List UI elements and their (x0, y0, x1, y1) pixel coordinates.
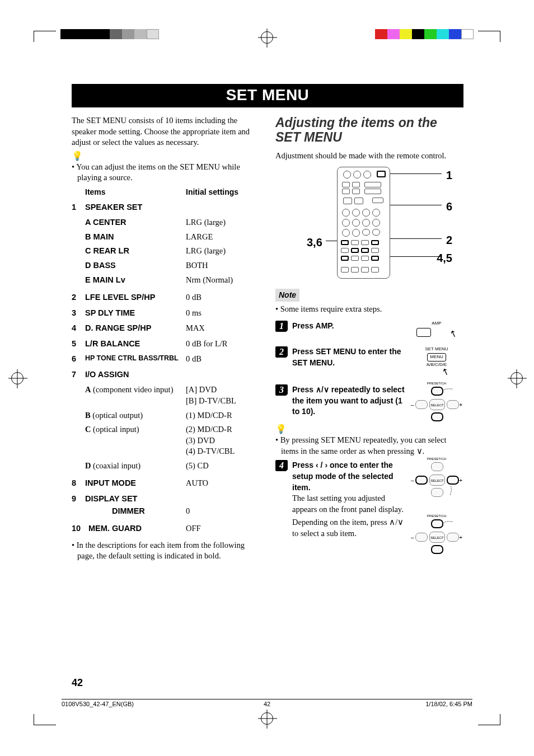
val-inputmode: AUTO (186, 478, 260, 489)
footer-line: 0108V530_42-47_EN(GB) 42 1/18/02, 6:45 P… (62, 699, 472, 708)
val-dly: 0 ms (186, 308, 260, 319)
item-io: I/O ASSIGN (85, 369, 186, 381)
step-2-num: 2 (275, 346, 288, 358)
item-dly: SP DLY TIME (85, 308, 186, 319)
intro-text: The SET MENU consists of 10 items includ… (72, 115, 260, 148)
registration-side-left (11, 372, 24, 384)
io-c-val3: (4) D-TV/CBL (186, 447, 235, 456)
io-b: B (optical output) (85, 410, 186, 421)
val-b-main: LARGE (186, 232, 260, 243)
io-b-val: (1) MD/CD-R (186, 410, 260, 421)
step-3-tip: • By pressing SET MENU repeatedly, you c… (275, 435, 463, 457)
item-b-main: B MAIN (85, 232, 186, 243)
footer-left: 0108V530_42-47_EN(GB) (62, 701, 199, 708)
registration-mark-icon (261, 31, 273, 44)
val-dimmer: 0 (186, 506, 260, 517)
callout-36: 3,6 (307, 235, 322, 250)
io-c: C (optical input) (85, 424, 186, 457)
item-display: DISPLAY SET (85, 494, 186, 505)
item-lfe: LFE LEVEL SP/HP (85, 292, 186, 303)
up-arrow-icon (389, 518, 395, 527)
val-hptone: 0 dB (186, 354, 260, 365)
col-header-initial: Initial settings (186, 187, 260, 198)
tip-icon: 💡 (275, 425, 463, 434)
cursor-icon: ↖ (447, 327, 458, 341)
down-arrow-icon (416, 447, 423, 456)
item-num-9: 9 (72, 494, 85, 505)
item-d-bass: D BASS (85, 260, 186, 271)
callout-2: 2 (446, 233, 452, 248)
val-a-center: LRG (large) (186, 217, 260, 228)
step-4-num: 4 (275, 460, 288, 471)
step-4-title: Press / once to enter the setup mode of … (292, 461, 393, 491)
step-4-body1: The last setting you adjusted appears on… (292, 494, 404, 514)
crop-mark-icon (478, 714, 500, 725)
registration-mark-icon (261, 712, 273, 725)
item-num-5: 5 (72, 339, 85, 350)
item-num-8: 8 (72, 478, 85, 489)
val-lfe: 0 dB (186, 292, 260, 303)
down-arrow-icon (324, 385, 329, 394)
val-drange: MAX (186, 323, 260, 334)
tip-bullet: • You can adjust the items on the SET ME… (72, 162, 260, 184)
item-num-7: 7 (72, 369, 85, 381)
item-hptone: HP TONE CTRL BASS/TRBL (85, 354, 197, 365)
item-memguard: MEM. GUARD (88, 523, 186, 534)
footnote-text: • In the descriptions for each item from… (72, 540, 260, 562)
footer-right: 1/18/02, 6:45 PM (335, 701, 472, 708)
print-swatches-right (375, 29, 474, 39)
step-4-graphic-a: PRESET/CH SELECT – + (410, 460, 463, 515)
val-c-rear: LRG (large) (186, 246, 260, 257)
section-title: Adjusting the items on the SET MENU (275, 115, 463, 145)
page-title-bar: SET MENU (72, 84, 463, 107)
item-num-1: 1 (72, 202, 85, 213)
step-3-title: Press / repeatedly to select the item yo… (292, 385, 405, 416)
step-4-body2: Depending on the item, press / to select… (292, 518, 404, 538)
item-dimmer: DIMMER (85, 506, 186, 517)
callout-1: 1 (446, 168, 452, 183)
note-label: Note (275, 289, 299, 302)
print-swatches-left (60, 29, 159, 39)
io-d: D (coaxial input) (85, 461, 186, 472)
remote-diagram: 1 6 2 4,5 3,6 (275, 167, 463, 284)
val-e-main: Nrm (Normal) (186, 275, 260, 286)
item-drange: D. RANGE SP/HP (85, 323, 186, 334)
item-num-4: 4 (72, 323, 85, 334)
page-number: 42 (72, 677, 83, 689)
crop-mark-icon (34, 31, 56, 42)
val-memguard: OFF (186, 523, 260, 534)
crop-mark-icon (478, 31, 500, 42)
io-a-val1: [A] DVD (186, 385, 217, 394)
io-d-val: (5) CD (186, 461, 260, 472)
item-e-main: E MAIN Lv (85, 275, 186, 286)
item-a-center: A CENTER (85, 217, 186, 228)
crop-mark-icon (34, 714, 56, 725)
adjust-para: Adjustment should be made with the remot… (275, 151, 463, 162)
item-num-6: 6 (72, 354, 85, 365)
col-header-items: Items (85, 187, 186, 198)
item-num-2: 2 (72, 292, 85, 303)
item-inputmode: INPUT MODE (85, 478, 186, 489)
callout-45: 4,5 (437, 251, 452, 266)
step-4-graphic-b: PRESET/CH SELECT – + (410, 517, 463, 556)
io-a-val2: [B] D-TV/CBL (186, 396, 236, 405)
step-2-title: Press SET MENU to enter the SET MENU. (292, 347, 401, 367)
item-num-3: 3 (72, 308, 85, 319)
step-1-title: Press AMP. (292, 321, 334, 330)
io-a: A (component video input) (85, 384, 186, 406)
val-d-bass: BOTH (186, 260, 260, 271)
step-3-graphic: PRESET/CH SELECT – + (410, 384, 463, 424)
step-3-num: 3 (275, 384, 288, 396)
step-1-graphic: AMP ↖ (410, 321, 463, 340)
down-arrow-icon (397, 518, 404, 527)
registration-side-right (510, 372, 523, 384)
callout-6: 6 (446, 199, 452, 214)
tip-icon: 💡 (72, 152, 260, 161)
cursor-trail-icon (444, 485, 457, 497)
step-2-graphic: SET MENU MENU A/B/C/D/E ↖ (410, 346, 463, 378)
io-c-val1: (2) MD/CD-R (186, 425, 232, 434)
footer-center: 42 (199, 701, 336, 708)
item-name-speaker-set: SPEAKER SET (85, 202, 186, 213)
step-1-num: 1 (275, 321, 288, 332)
note-text: • Some items require extra steps. (275, 304, 463, 315)
